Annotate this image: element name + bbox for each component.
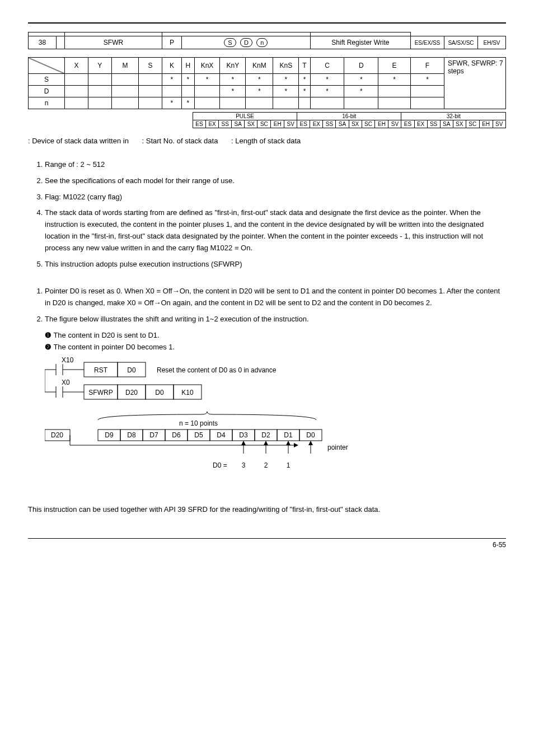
svg-text:D4: D4	[217, 431, 226, 439]
svg-text:D0: D0	[127, 366, 136, 374]
explanation-item: This instruction adopts pulse execution …	[45, 259, 506, 270]
svg-text:D2: D2	[261, 431, 270, 439]
explanation-item: See the specifications of each model for…	[45, 175, 506, 187]
steps: SFWR, SFWRP: 7 steps	[444, 58, 506, 109]
row-n: n **	[29, 97, 506, 109]
svg-text:D1: D1	[284, 431, 293, 439]
svg-text:K10: K10	[181, 389, 194, 396]
page-number: 6-55	[493, 541, 506, 549]
explanation-item: Range of : 2 ~ 512	[45, 159, 506, 171]
svg-text:X10: X10	[62, 356, 74, 364]
svg-text:D0: D0	[155, 389, 164, 396]
function-name: Shift Register Write	[310, 36, 410, 49]
svg-text:n = 10 points: n = 10 points	[179, 419, 218, 427]
svg-text:D9: D9	[105, 431, 114, 439]
svg-text:Reset the content of D0 as 0 i: Reset the content of D0 as 0 in advance	[157, 366, 277, 374]
svg-text:SFWRP: SFWRP	[88, 389, 113, 396]
bullet-2: ❷ The content in pointer D0 becomes 1.	[45, 342, 506, 353]
svg-text:D20: D20	[125, 389, 138, 396]
svg-text:3: 3	[242, 461, 246, 469]
program-item: Pointer D0 is reset as 0. When X0 = Off→…	[45, 286, 506, 309]
svg-text:X0: X0	[62, 379, 70, 386]
instruction-table: 38 SFWR P S D n Shift Register Write ES/…	[28, 32, 506, 109]
controller-0: ES/EX/SS	[411, 36, 444, 49]
program-example-list: Pointer D0 is reset as 0. When X0 = Off→…	[28, 286, 506, 325]
svg-text:D7: D7	[149, 431, 158, 439]
row-D: D ******	[29, 86, 506, 97]
top-rule	[28, 22, 506, 24]
svg-marker-58	[294, 443, 298, 447]
operand-ovals: S D n	[181, 36, 310, 49]
svg-marker-51	[264, 441, 268, 445]
svg-text:D3: D3	[239, 431, 248, 439]
p-flag: P	[162, 36, 181, 49]
svg-text:D6: D6	[172, 431, 181, 439]
operands-line: : Device of stack data written in : Star…	[28, 137, 506, 145]
footer: 6-55	[28, 538, 506, 549]
explanation-item: The stack data of words starting from ar…	[45, 207, 506, 254]
controller-1: SA/SX/SC	[444, 36, 478, 49]
svg-text:D20: D20	[51, 431, 63, 439]
explanations-list: Range of : 2 ~ 512 See the specification…	[28, 159, 506, 270]
explanation-item: Flag: M1022 (carry flag)	[45, 192, 506, 203]
api-number: 38	[29, 36, 57, 49]
bit-device-header-row: XYMS KHKnXKnY KnMKnSTC DEF SFWR, SFWRP: …	[29, 58, 506, 74]
svg-text:D0 =: D0 =	[213, 461, 227, 469]
bullet-1: ❶ The content in D20 is sent to D1.	[45, 330, 506, 342]
mnemonic: SFWR	[65, 36, 162, 49]
ladder-diagram: X10 RST D0 Reset the content of D0 as 0 …	[45, 356, 392, 490]
svg-text:D8: D8	[127, 431, 136, 439]
controller-2: EH/SV	[478, 36, 506, 49]
svg-text:pointer: pointer	[327, 444, 348, 451]
remark: This instruction can be used together wi…	[28, 504, 506, 516]
svg-text:RST: RST	[94, 366, 108, 374]
svg-text:D5: D5	[194, 431, 203, 439]
bits-table: PULSE 16-bit 32-bit ESEXSSSASXSCEHSV ESE…	[193, 112, 506, 128]
svg-marker-55	[308, 441, 313, 445]
row-S: S ***********	[29, 74, 506, 86]
svg-text:1: 1	[287, 461, 291, 469]
svg-marker-49	[241, 441, 246, 445]
svg-text:2: 2	[264, 461, 268, 469]
program-item: The figure below illustrates the shift a…	[45, 314, 506, 325]
svg-text:D0: D0	[306, 431, 315, 439]
svg-marker-53	[286, 441, 291, 445]
